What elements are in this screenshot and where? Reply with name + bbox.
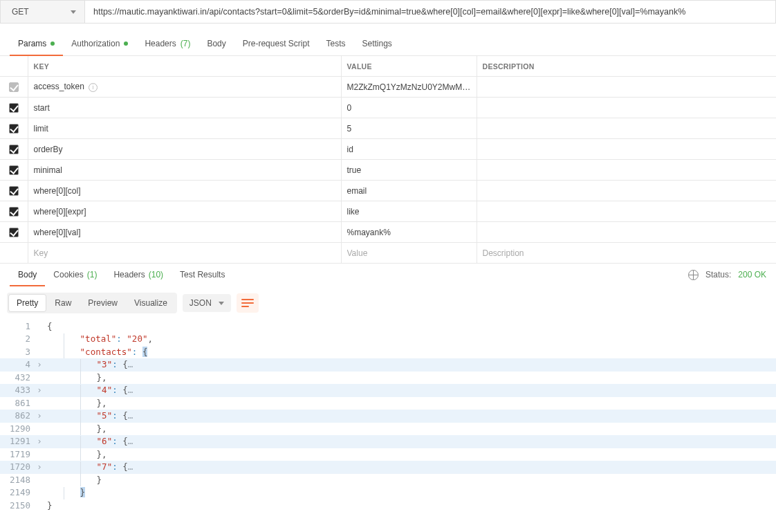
param-value[interactable]: true [347, 165, 362, 175]
method-label: GET [12, 7, 29, 17]
param-checkbox[interactable] [9, 228, 19, 237]
tab-body[interactable]: Body [198, 32, 234, 55]
lang-select[interactable]: JSON [183, 294, 231, 312]
tab-prerequest[interactable]: Pre-request Script [234, 32, 318, 55]
param-row: where[0][col]email [0, 181, 776, 201]
param-row-new [0, 243, 776, 264]
tab-params[interactable]: Params [10, 32, 63, 55]
line-number: 2148 [0, 474, 35, 487]
param-row: minimaltrue [0, 160, 776, 181]
param-value[interactable]: %mayank% [347, 228, 391, 237]
mode-raw[interactable]: Raw [46, 294, 80, 312]
param-key-input[interactable] [34, 243, 335, 263]
code-line: 1{ [0, 320, 776, 333]
line-number: 1 [0, 320, 35, 333]
col-key: KEY [28, 56, 341, 77]
format-bar: Pretty Raw Preview Visualize JSON [0, 286, 776, 320]
status-label: Status: [705, 270, 731, 279]
param-value[interactable]: 0 [347, 103, 352, 113]
param-key[interactable]: where[0][val] [34, 228, 81, 237]
param-checkbox[interactable] [9, 145, 19, 154]
request-bar: GET [0, 0, 776, 24]
param-key[interactable]: minimal [34, 165, 62, 175]
code-line: 2150} [0, 499, 776, 512]
param-value-input[interactable] [347, 243, 471, 263]
resp-tab-body[interactable]: Body [10, 264, 45, 286]
param-key[interactable]: where[0][col] [34, 186, 81, 196]
fold-icon[interactable]: › [37, 410, 42, 422]
col-description: DESCRIPTION [477, 56, 776, 77]
info-icon: i [89, 83, 98, 92]
param-checkbox[interactable] [9, 165, 19, 175]
code-line: 3 "contacts": { [0, 346, 776, 359]
param-value[interactable]: email [347, 186, 367, 196]
chevron-down-icon [219, 302, 224, 305]
resp-tab-cookies[interactable]: Cookies (1) [45, 264, 105, 286]
param-row: access_tokeniM2ZkZmQ1YzMzNzU0Y2MwM… [0, 77, 776, 98]
line-number: 1290 [0, 423, 35, 436]
line-number: 2 [0, 333, 35, 346]
mode-visualize[interactable]: Visualize [126, 294, 176, 312]
line-number: 432 [0, 372, 35, 385]
fold-icon[interactable]: › [37, 384, 42, 396]
line-number: 4 [0, 358, 35, 372]
wrap-button[interactable] [237, 293, 259, 313]
fold-icon[interactable]: › [37, 461, 42, 473]
param-row: where[0][val]%mayank% [0, 222, 776, 243]
code-line: 1719 }, [0, 448, 776, 461]
param-key[interactable]: start [34, 103, 50, 113]
param-key[interactable]: access_token [34, 82, 84, 91]
param-value[interactable]: like [347, 207, 360, 217]
response-body[interactable]: 1{2 "total": "20",3 "contacts": {4› "3":… [0, 320, 776, 512]
param-checkbox[interactable] [9, 124, 19, 134]
dot-icon [124, 42, 128, 46]
url-input[interactable] [85, 1, 775, 23]
line-number: 1291 [0, 435, 35, 448]
param-value[interactable]: id [347, 145, 353, 154]
dot-icon [50, 42, 55, 46]
code-line: 862› "5": {… [0, 410, 776, 423]
tab-tests[interactable]: Tests [317, 32, 353, 55]
param-value[interactable]: 5 [347, 124, 352, 134]
param-checkbox[interactable] [9, 103, 19, 113]
code-line: 1720› "7": {… [0, 461, 776, 474]
param-value[interactable]: M2ZkZmQ1YzMzNzU0Y2MwM… [347, 82, 471, 92]
line-number: 3 [0, 346, 35, 359]
line-number: 2149 [0, 486, 35, 499]
tab-headers[interactable]: Headers (7) [136, 32, 198, 55]
line-number: 862 [0, 410, 35, 423]
params-table: KEY VALUE DESCRIPTION access_tokeniM2ZkZ… [0, 55, 776, 264]
param-key[interactable]: orderBy [34, 145, 63, 154]
code-line: 4› "3": {… [0, 358, 776, 372]
line-number: 861 [0, 397, 35, 410]
param-key[interactable]: limit [34, 124, 48, 134]
param-checkbox[interactable] [9, 82, 19, 92]
fold-icon[interactable]: › [37, 435, 42, 448]
status-value: 200 OK [738, 270, 766, 279]
line-number: 1719 [0, 448, 35, 461]
param-description-input[interactable] [483, 243, 771, 263]
mode-preview[interactable]: Preview [80, 294, 126, 312]
mode-pretty[interactable]: Pretty [8, 294, 46, 312]
param-key[interactable]: where[0][expr] [34, 207, 86, 217]
param-checkbox[interactable] [9, 207, 19, 217]
resp-tab-headers[interactable]: Headers (10) [105, 264, 172, 286]
tab-settings[interactable]: Settings [354, 32, 400, 55]
line-number: 1720 [0, 461, 35, 474]
line-number: 2150 [0, 499, 35, 512]
code-line: 1291› "6": {… [0, 435, 776, 448]
line-number: 433 [0, 384, 35, 397]
response-tabs: Body Cookies (1) Headers (10) Test Resul… [0, 264, 776, 286]
view-mode-segment: Pretty Raw Preview Visualize [7, 293, 177, 313]
col-checkbox [0, 56, 28, 77]
code-line: 861 }, [0, 397, 776, 410]
method-select[interactable]: GET [1, 1, 85, 23]
fold-icon[interactable]: › [37, 358, 42, 371]
tab-authorization[interactable]: Authorization [63, 32, 136, 55]
resp-tab-testresults[interactable]: Test Results [172, 264, 233, 286]
request-tabs: Params Authorization Headers (7) Body Pr… [0, 32, 776, 55]
globe-icon[interactable] [688, 270, 699, 280]
param-row: orderByid [0, 139, 776, 160]
code-line: 432 }, [0, 372, 776, 385]
param-checkbox[interactable] [9, 186, 19, 196]
